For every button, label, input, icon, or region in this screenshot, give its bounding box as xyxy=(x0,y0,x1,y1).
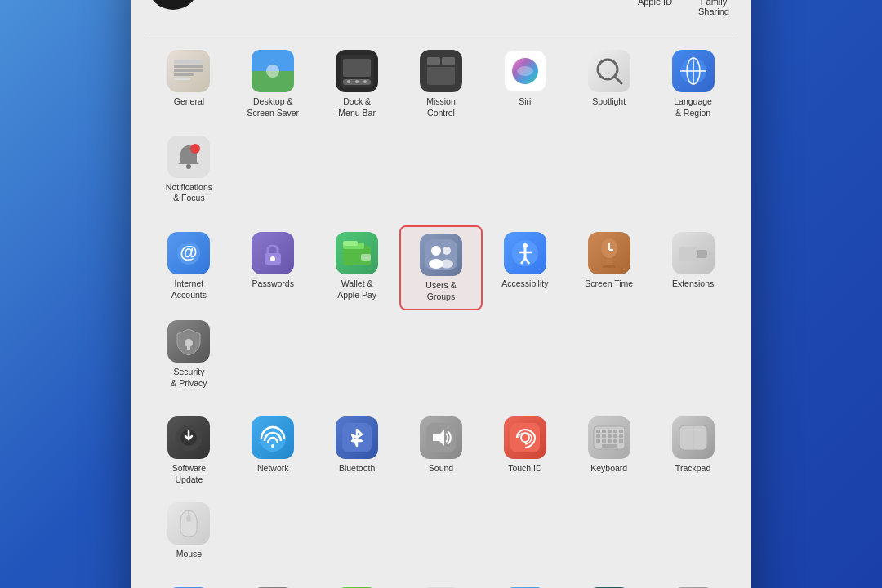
svg-rect-5 xyxy=(174,65,203,68)
sidebar-item-extensions[interactable]: Extensions xyxy=(651,225,735,310)
sidebar-item-mission[interactable]: MissionControl xyxy=(399,43,483,125)
svg-rect-19 xyxy=(427,57,440,65)
spotlight-label: Spotlight xyxy=(592,96,626,108)
sidebar-item-screentime[interactable]: Screen Time xyxy=(567,225,651,310)
sidebar-item-internet[interactable]: @ InternetAccounts xyxy=(147,225,231,310)
svg-rect-73 xyxy=(608,430,612,433)
sidebar-item-wallet[interactable]: Wallet &Apple Pay xyxy=(315,225,399,310)
sidebar-item-keyboard[interactable]: Keyboard xyxy=(567,410,651,492)
system-preferences-window: ‹ › ⊞ System Preferences 🔍 PM Parsanme A… xyxy=(131,0,751,588)
row-2: @ InternetAccounts Passwords xyxy=(147,225,735,396)
mouse-label: Mouse xyxy=(176,549,203,560)
security-icon xyxy=(167,320,210,363)
svg-rect-39 xyxy=(361,254,371,261)
sidebar-item-siri[interactable]: Siri xyxy=(483,43,567,125)
desktop-label: Desktop &Screen Saver xyxy=(247,96,299,118)
sidebar-item-desktop[interactable]: Desktop &Screen Saver xyxy=(231,43,315,125)
software-label: SoftwareUpdate xyxy=(172,463,206,485)
avatar[interactable]: PM xyxy=(147,0,199,10)
passwords-icon xyxy=(252,232,294,274)
svg-point-16 xyxy=(355,80,359,83)
svg-point-64 xyxy=(271,444,274,448)
sidebar-item-general[interactable]: General xyxy=(147,43,231,125)
svg-rect-76 xyxy=(596,434,600,438)
svg-rect-4 xyxy=(174,60,203,64)
internet-icon: @ xyxy=(167,232,210,274)
bluetooth-icon xyxy=(336,416,378,459)
notifications-label: Notifications& Focus xyxy=(166,182,212,204)
sidebar-item-language[interactable]: Language& Region xyxy=(651,43,735,125)
family-sharing-label: FamilySharing xyxy=(698,0,729,16)
svg-point-30 xyxy=(186,164,191,169)
language-icon xyxy=(672,50,715,92)
svg-rect-71 xyxy=(596,430,600,433)
touchid-icon xyxy=(504,416,546,459)
svg-point-41 xyxy=(431,246,441,256)
apple-id-item[interactable]: Apple ID xyxy=(634,0,676,16)
spotlight-icon xyxy=(588,50,630,92)
sidebar-item-software[interactable]: SoftwareUpdate xyxy=(147,410,231,492)
sidebar-item-mouse[interactable]: Mouse xyxy=(147,496,231,567)
network-icon xyxy=(252,416,294,459)
profile-left: PM Parsanme Apple ID, iCloud, Media & Ap… xyxy=(147,0,368,10)
sidebar-item-printers[interactable]: Printers &Scanners xyxy=(231,581,315,588)
sound-label: Sound xyxy=(429,463,453,474)
sidebar-item-battery[interactable]: 100 Battery xyxy=(315,581,399,588)
family-sharing-item[interactable]: FamilySharing xyxy=(693,0,735,16)
apple-id-label: Apple ID xyxy=(638,0,672,7)
row-3: SoftwareUpdate Network xyxy=(147,410,735,566)
sidebar-item-sharing[interactable]: Sharing xyxy=(483,581,567,588)
svg-point-15 xyxy=(347,80,350,83)
sidebar-item-bluetooth[interactable]: Bluetooth xyxy=(315,410,399,492)
sidebar-item-security[interactable]: Security& Privacy xyxy=(147,314,231,395)
svg-rect-38 xyxy=(343,241,358,246)
svg-point-44 xyxy=(440,259,453,268)
accessibility-label: Accessibility xyxy=(501,278,548,290)
profile-row: PM Parsanme Apple ID, iCloud, Media & Ap… xyxy=(147,0,735,16)
sidebar-item-sound[interactable]: Sound xyxy=(399,410,483,492)
svg-rect-82 xyxy=(602,439,606,443)
general-label: General xyxy=(174,96,204,108)
wallet-icon xyxy=(336,232,378,274)
svg-rect-53 xyxy=(603,265,616,268)
sidebar-item-dock[interactable]: Dock &Menu Bar xyxy=(315,43,399,125)
keyboard-icon xyxy=(588,416,630,459)
notifications-icon xyxy=(167,136,210,178)
sidebar-item-touchid[interactable]: Touch ID xyxy=(483,410,567,492)
sidebar-item-accessibility[interactable]: Accessibility xyxy=(483,225,567,310)
sidebar-item-startup[interactable]: StartupDisk xyxy=(651,581,735,588)
security-label: Security& Privacy xyxy=(171,367,207,389)
sidebar-item-spotlight[interactable]: Spotlight xyxy=(567,43,651,125)
svg-rect-78 xyxy=(608,434,612,438)
svg-point-11 xyxy=(266,65,279,78)
sidebar-item-datetime[interactable]: FRI 17 Date & Time xyxy=(399,581,483,588)
sidebar-item-timemachine[interactable]: TimeMachine xyxy=(567,581,651,588)
sidebar-item-displays[interactable]: Displays xyxy=(147,581,231,588)
extensions-icon xyxy=(672,232,715,274)
svg-text:@: @ xyxy=(180,242,198,262)
users-icon xyxy=(420,234,462,276)
profile-right: Apple ID FamilySharing xyxy=(634,0,735,16)
svg-rect-57 xyxy=(696,250,707,258)
svg-rect-80 xyxy=(619,434,623,438)
sidebar-item-passwords[interactable]: Passwords xyxy=(231,225,315,310)
svg-rect-85 xyxy=(619,439,623,443)
wallet-label: Wallet &Apple Pay xyxy=(337,278,376,301)
svg-point-90 xyxy=(186,515,191,522)
sidebar-item-users[interactable]: Users &Groups xyxy=(399,225,483,310)
svg-point-23 xyxy=(517,66,533,76)
sidebar-item-network[interactable]: Network xyxy=(231,410,315,492)
software-icon xyxy=(167,416,210,459)
row-4: Displays Printers &Scanners xyxy=(147,581,735,588)
svg-rect-77 xyxy=(602,434,606,438)
svg-rect-83 xyxy=(608,439,612,443)
users-label: Users &Groups xyxy=(425,280,456,302)
svg-rect-60 xyxy=(187,345,190,350)
svg-rect-21 xyxy=(427,67,455,85)
sidebar-item-trackpad[interactable]: Trackpad xyxy=(651,410,735,492)
svg-rect-8 xyxy=(174,78,190,80)
touchid-label: Touch ID xyxy=(508,463,541,474)
trackpad-label: Trackpad xyxy=(675,463,710,474)
svg-rect-20 xyxy=(442,57,455,65)
sidebar-item-notifications[interactable]: Notifications& Focus xyxy=(147,129,231,211)
